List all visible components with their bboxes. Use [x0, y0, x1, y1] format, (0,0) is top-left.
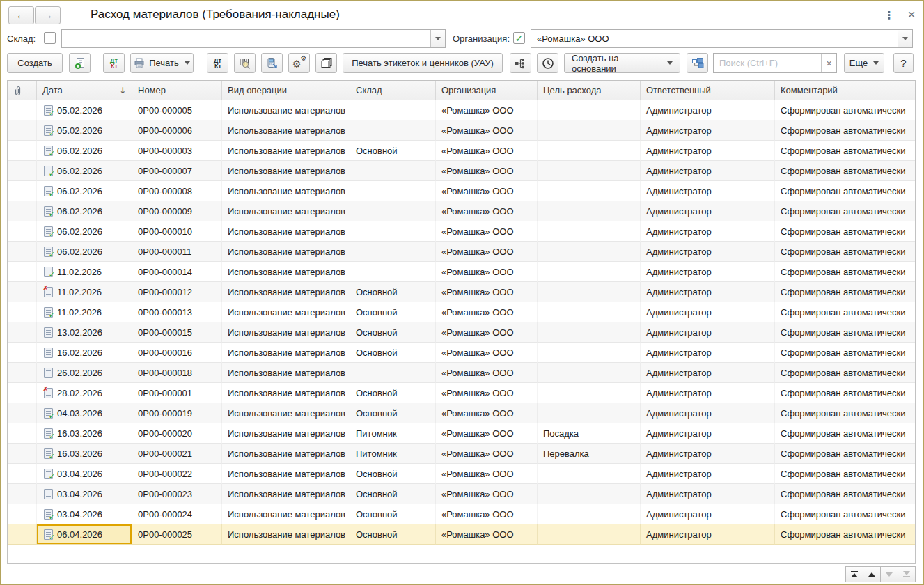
- cell-org[interactable]: «Ромашка» ООО: [436, 141, 538, 161]
- cell-responsible[interactable]: Администратор: [641, 383, 775, 403]
- cell-org[interactable]: «Ромашка» ООО: [436, 383, 538, 403]
- cell-date[interactable]: 11.02.2026: [37, 282, 132, 302]
- cell-comment[interactable]: Сформирован автоматически: [775, 423, 915, 444]
- cell-attachment[interactable]: [8, 221, 37, 242]
- cell-attachment[interactable]: [8, 403, 37, 423]
- cell-warehouse[interactable]: [350, 363, 436, 383]
- cell-attachment[interactable]: [8, 322, 37, 343]
- print-tags-button[interactable]: Печать этикеток и ценников (УАУ): [343, 53, 503, 73]
- cell-purpose[interactable]: Посадка: [538, 423, 641, 444]
- cell-operation[interactable]: Использование материалов: [222, 504, 350, 524]
- cell-number[interactable]: 0Р00-000023: [132, 484, 222, 504]
- column-header-operation[interactable]: Вид операции: [222, 81, 350, 100]
- table-row[interactable]: 13.02.2026 0Р00-000015 Использование мат…: [8, 322, 915, 343]
- cell-responsible[interactable]: Администратор: [641, 141, 775, 161]
- table-row[interactable]: 28.02.2026 0Р00-000001 Использование мат…: [8, 383, 915, 403]
- column-header-warehouse[interactable]: Склад: [350, 81, 436, 100]
- cell-date[interactable]: 05.02.2026: [37, 120, 132, 141]
- cell-operation[interactable]: Использование материалов: [222, 120, 350, 141]
- show-postings-button[interactable]: Дт Кт: [103, 53, 125, 73]
- cell-responsible[interactable]: Администратор: [641, 403, 775, 423]
- cell-attachment[interactable]: [8, 343, 37, 363]
- warehouse-filter-combo[interactable]: [61, 29, 446, 48]
- cell-org[interactable]: «Ромашка» ООО: [436, 282, 538, 302]
- cell-operation[interactable]: Использование материалов: [222, 201, 350, 221]
- cell-responsible[interactable]: Администратор: [641, 343, 775, 363]
- cell-purpose[interactable]: [538, 221, 641, 242]
- cell-comment[interactable]: Сформирован автоматически: [775, 403, 915, 423]
- cell-attachment[interactable]: [8, 120, 37, 141]
- cell-attachment[interactable]: [8, 141, 37, 161]
- cell-number[interactable]: 0Р00-000010: [132, 221, 222, 242]
- column-header-attachment[interactable]: [8, 81, 37, 100]
- cell-date[interactable]: 04.03.2026: [37, 403, 132, 423]
- cell-comment[interactable]: Сформирован автоматически: [775, 343, 915, 363]
- cell-org[interactable]: «Ромашка» ООО: [436, 201, 538, 221]
- cell-warehouse[interactable]: [350, 201, 436, 221]
- table-row[interactable]: 06.02.2026 0Р00-000007 Использование мат…: [8, 161, 915, 181]
- cell-org[interactable]: «Ромашка» ООО: [436, 343, 538, 363]
- cell-date[interactable]: 06.02.2026: [37, 181, 132, 201]
- go-last-button[interactable]: [898, 566, 916, 582]
- barcode-search-button[interactable]: [234, 53, 256, 73]
- cell-warehouse[interactable]: Основной: [350, 302, 436, 322]
- cell-number[interactable]: 0Р00-000025: [132, 524, 222, 545]
- search-input[interactable]: [714, 54, 821, 72]
- go-next-button[interactable]: [880, 566, 898, 582]
- cell-responsible[interactable]: Администратор: [641, 262, 775, 282]
- cell-operation[interactable]: Использование материалов: [222, 302, 350, 322]
- cell-number[interactable]: 0Р00-000014: [132, 262, 222, 282]
- cell-warehouse[interactable]: Основной: [350, 282, 436, 302]
- cell-warehouse[interactable]: Основной: [350, 383, 436, 403]
- cell-operation[interactable]: Использование материалов: [222, 100, 350, 120]
- cell-attachment[interactable]: [8, 484, 37, 504]
- cell-purpose[interactable]: [538, 100, 641, 120]
- cell-attachment[interactable]: [8, 464, 37, 484]
- cell-warehouse[interactable]: Основной: [350, 464, 436, 484]
- column-header-number[interactable]: Номер: [132, 81, 222, 100]
- cell-comment[interactable]: Сформирован автоматически: [775, 484, 915, 504]
- cell-number[interactable]: 0Р00-000012: [132, 282, 222, 302]
- cell-responsible[interactable]: Администратор: [641, 282, 775, 302]
- cell-responsible[interactable]: Администратор: [641, 221, 775, 242]
- cell-number[interactable]: 0Р00-000006: [132, 120, 222, 141]
- cell-org[interactable]: «Ромашка» ООО: [436, 100, 538, 120]
- table-row[interactable]: 06.04.2026 0Р00-000025 Использование мат…: [8, 524, 915, 545]
- cell-purpose[interactable]: [538, 242, 641, 262]
- cell-number[interactable]: 0Р00-000011: [132, 242, 222, 262]
- history-back-button[interactable]: ←: [8, 6, 34, 24]
- cell-number[interactable]: 0Р00-000021: [132, 444, 222, 464]
- cell-number[interactable]: 0Р00-000009: [132, 201, 222, 221]
- cell-warehouse[interactable]: Основной: [350, 484, 436, 504]
- table-row[interactable]: 03.04.2026 0Р00-000024 Использование мат…: [8, 504, 915, 524]
- data-terminal-button[interactable]: [261, 53, 283, 73]
- cell-operation[interactable]: Использование материалов: [222, 141, 350, 161]
- cell-responsible[interactable]: Администратор: [641, 120, 775, 141]
- table-row[interactable]: 03.04.2026 0Р00-000022 Использование мат…: [8, 464, 915, 484]
- cell-comment[interactable]: Сформирован автоматически: [775, 504, 915, 524]
- cell-attachment[interactable]: [8, 423, 37, 444]
- cell-org[interactable]: «Ромашка» ООО: [436, 504, 538, 524]
- list-hierarchy-button[interactable]: [510, 53, 531, 73]
- cell-number[interactable]: 0Р00-000018: [132, 363, 222, 383]
- cell-org[interactable]: «Ромашка» ООО: [436, 444, 538, 464]
- cell-purpose[interactable]: [538, 383, 641, 403]
- cell-date[interactable]: 13.02.2026: [37, 322, 132, 343]
- cell-number[interactable]: 0Р00-000005: [132, 100, 222, 120]
- org-dropdown-button[interactable]: [898, 30, 912, 47]
- search-clear-button[interactable]: ×: [821, 54, 836, 72]
- cell-comment[interactable]: Сформирован автоматически: [775, 100, 915, 120]
- cell-operation[interactable]: Использование материалов: [222, 322, 350, 343]
- cell-purpose[interactable]: [538, 484, 641, 504]
- cell-comment[interactable]: Сформирован автоматически: [775, 141, 915, 161]
- cell-responsible[interactable]: Администратор: [641, 423, 775, 444]
- cell-operation[interactable]: Использование материалов: [222, 363, 350, 383]
- cell-responsible[interactable]: Администратор: [641, 464, 775, 484]
- cell-attachment[interactable]: [8, 282, 37, 302]
- table-row[interactable]: 05.02.2026 0Р00-000006 Использование мат…: [8, 120, 915, 141]
- cell-number[interactable]: 0Р00-000008: [132, 181, 222, 201]
- cell-number[interactable]: 0Р00-000003: [132, 141, 222, 161]
- cell-purpose[interactable]: [538, 141, 641, 161]
- cell-warehouse[interactable]: [350, 181, 436, 201]
- cell-number[interactable]: 0Р00-000020: [132, 423, 222, 444]
